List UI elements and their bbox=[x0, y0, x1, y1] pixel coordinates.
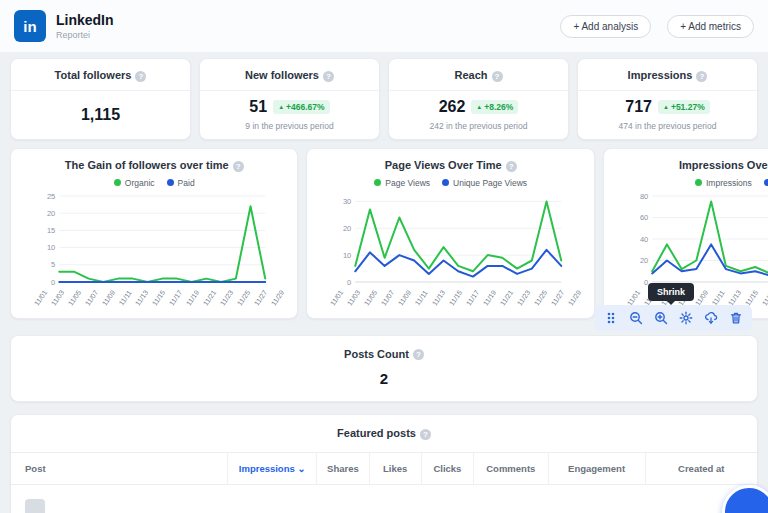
post-thumbnail bbox=[25, 499, 45, 513]
widget-toolbar bbox=[595, 305, 752, 331]
svg-text:20: 20 bbox=[47, 208, 55, 217]
line-chart[interactable]: 0510152025 bbox=[17, 190, 291, 285]
legend-item[interactable]: Organic bbox=[114, 178, 155, 188]
help-icon[interactable]: ? bbox=[492, 71, 503, 82]
line-chart[interactable]: 0102030 bbox=[313, 190, 587, 285]
page-header: in LinkedIn Reportei + Add analysis + Ad… bbox=[0, 0, 768, 52]
kpi-label: New followers bbox=[245, 69, 319, 81]
svg-text:10: 10 bbox=[343, 250, 351, 259]
column-header-post[interactable]: Post bbox=[11, 452, 227, 484]
legend-dot-icon bbox=[442, 179, 449, 186]
zoom-in-icon[interactable] bbox=[654, 311, 668, 325]
chart-page-views: Page Views Over Time? Page ViewsUnique P… bbox=[306, 148, 594, 319]
page-subtitle: Reportei bbox=[56, 30, 114, 40]
svg-text:10: 10 bbox=[47, 243, 55, 252]
posts-count-widget: Shrink Posts Co bbox=[10, 335, 758, 403]
legend-item[interactable]: Page Views bbox=[374, 178, 430, 188]
posts-count-card: Posts Count? 2 bbox=[10, 335, 758, 403]
svg-text:15: 15 bbox=[47, 225, 55, 234]
chart-title: Page Views Over Time bbox=[385, 159, 502, 171]
legend-dot-icon bbox=[695, 179, 702, 186]
kpi-value: 262 bbox=[439, 98, 466, 116]
legend-dot-icon bbox=[374, 179, 381, 186]
kpi-value: 51 bbox=[249, 98, 267, 116]
delta-badge: ▲+466.67% bbox=[273, 100, 329, 114]
kpi-reach: Reach? 262 ▲+8.26% 242 in the previous p… bbox=[388, 58, 569, 140]
linkedin-icon: in bbox=[14, 10, 46, 42]
triangle-up-icon: ▲ bbox=[278, 104, 284, 110]
zoom-out-icon[interactable] bbox=[629, 311, 643, 325]
page-title: LinkedIn bbox=[56, 12, 114, 28]
legend-dot-icon bbox=[114, 179, 121, 186]
chart-legend: ImpressionsReach bbox=[610, 178, 768, 188]
shrink-tooltip: Shrink bbox=[648, 283, 694, 301]
svg-text:40: 40 bbox=[640, 234, 648, 243]
kpi-label: Impressions bbox=[628, 69, 693, 81]
svg-text:25: 25 bbox=[47, 191, 55, 200]
add-analysis-button[interactable]: + Add analysis bbox=[560, 15, 651, 38]
export-cloud-icon[interactable] bbox=[704, 311, 718, 325]
column-header-clicks[interactable]: Clicks bbox=[421, 452, 473, 484]
line-chart[interactable]: 020406080 bbox=[610, 190, 768, 285]
add-metrics-button[interactable]: + Add metrics bbox=[667, 15, 754, 38]
chart-title: Impressions Over Time bbox=[679, 159, 768, 171]
featured-posts-card: Featured posts? PostImpressions ⌄SharesL… bbox=[10, 414, 758, 513]
svg-text:60: 60 bbox=[640, 213, 648, 222]
help-icon[interactable]: ? bbox=[323, 71, 334, 82]
settings-gear-icon[interactable] bbox=[679, 311, 693, 325]
column-header-engagement[interactable]: Engagement bbox=[548, 452, 645, 484]
delta-badge: ▲+8.26% bbox=[471, 100, 518, 114]
previous-period-text: 242 in the previous period bbox=[430, 121, 528, 131]
help-icon[interactable]: ? bbox=[506, 161, 517, 172]
delta-badge: ▲+51.27% bbox=[658, 100, 710, 114]
kpi-label: Reach bbox=[454, 69, 487, 81]
chart-legend: Page ViewsUnique Page Views bbox=[313, 178, 587, 188]
kpi-label: Total followers bbox=[55, 69, 132, 81]
svg-text:20: 20 bbox=[640, 256, 648, 265]
column-header-likes[interactable]: Likes bbox=[369, 452, 421, 484]
drag-handle-icon[interactable] bbox=[604, 311, 618, 325]
x-axis-labels: 11/0111/0311/0511/0711/0911/1111/1311/15… bbox=[313, 286, 587, 316]
previous-period-text: 474 in the previous period bbox=[619, 121, 717, 131]
help-icon[interactable]: ? bbox=[135, 71, 146, 82]
kpi-total-followers: Total followers? 1,115 bbox=[10, 58, 191, 140]
legend-item[interactable]: Reach bbox=[764, 178, 768, 188]
table-header-row: PostImpressions ⌄SharesLikesClicksCommen… bbox=[11, 452, 757, 484]
svg-text:0: 0 bbox=[51, 277, 55, 285]
chart-followers-gain: The Gain of followers over time? Organic… bbox=[10, 148, 298, 319]
triangle-up-icon: ▲ bbox=[476, 104, 482, 110]
column-header-comments[interactable]: Comments bbox=[474, 452, 549, 484]
table-row[interactable] bbox=[11, 484, 757, 513]
column-header-created-at[interactable]: Created at bbox=[645, 452, 757, 484]
kpi-value: 1,115 bbox=[81, 106, 120, 124]
svg-text:30: 30 bbox=[343, 196, 351, 205]
kpi-value: 717 bbox=[625, 98, 652, 116]
delete-trash-icon[interactable] bbox=[729, 311, 743, 325]
previous-period-text: 9 in the previous period bbox=[245, 121, 333, 131]
featured-posts-table: PostImpressions ⌄SharesLikesClicksCommen… bbox=[11, 452, 757, 513]
svg-text:5: 5 bbox=[51, 260, 55, 269]
chart-title: The Gain of followers over time bbox=[65, 159, 229, 171]
legend-item[interactable]: Impressions bbox=[695, 178, 752, 188]
header-titles: LinkedIn Reportei bbox=[56, 12, 114, 40]
help-icon[interactable]: ? bbox=[420, 429, 431, 440]
triangle-up-icon: ▲ bbox=[663, 104, 669, 110]
posts-count-value: 2 bbox=[11, 370, 757, 387]
chart-legend: OrganicPaid bbox=[17, 178, 291, 188]
legend-item[interactable]: Paid bbox=[167, 178, 195, 188]
svg-text:20: 20 bbox=[343, 223, 351, 232]
column-header-shares[interactable]: Shares bbox=[317, 452, 369, 484]
legend-item[interactable]: Unique Page Views bbox=[442, 178, 527, 188]
svg-text:80: 80 bbox=[640, 191, 648, 200]
help-icon[interactable]: ? bbox=[413, 349, 424, 360]
kpi-row: Total followers? 1,115 New followers? 51… bbox=[0, 52, 768, 140]
help-icon[interactable]: ? bbox=[233, 161, 244, 172]
legend-dot-icon bbox=[167, 179, 174, 186]
kpi-new-followers: New followers? 51 ▲+466.67% 9 in the pre… bbox=[199, 58, 380, 140]
column-header-impressions[interactable]: Impressions ⌄ bbox=[227, 452, 317, 484]
featured-posts-title: Featured posts bbox=[337, 427, 416, 439]
help-icon[interactable]: ? bbox=[696, 71, 707, 82]
kpi-impressions: Impressions? 717 ▲+51.27% 474 in the pre… bbox=[577, 58, 758, 140]
svg-text:0: 0 bbox=[348, 277, 352, 285]
x-axis-labels: 11/0111/0311/0511/0711/0911/1111/1311/15… bbox=[17, 286, 291, 316]
